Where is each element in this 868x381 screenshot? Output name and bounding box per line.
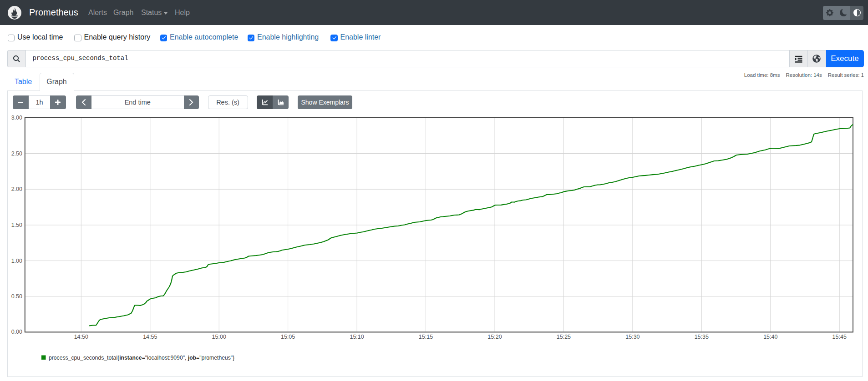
svg-text:0.50: 0.50	[11, 293, 22, 300]
svg-text:2.00: 2.00	[11, 186, 22, 192]
svg-text:15:35: 15:35	[695, 334, 709, 340]
svg-text:15:10: 15:10	[350, 334, 364, 340]
svg-text:15:20: 15:20	[487, 334, 502, 340]
svg-text:15:40: 15:40	[763, 334, 777, 340]
svg-text:14:50: 14:50	[74, 334, 88, 340]
svg-text:15:45: 15:45	[832, 334, 847, 340]
svg-text:15:15: 15:15	[419, 334, 433, 340]
svg-text:2.50: 2.50	[11, 150, 22, 157]
svg-text:0.00: 0.00	[11, 329, 22, 335]
svg-text:process_cpu_seconds_total{inst: process_cpu_seconds_total{instance="loca…	[49, 355, 234, 361]
svg-text:1.50: 1.50	[11, 222, 22, 228]
svg-text:15:00: 15:00	[212, 334, 226, 340]
svg-text:14:55: 14:55	[143, 334, 157, 340]
svg-text:15:05: 15:05	[281, 334, 295, 340]
svg-text:3.00: 3.00	[11, 115, 22, 121]
svg-text:15:30: 15:30	[625, 334, 640, 340]
svg-text:15:25: 15:25	[557, 334, 571, 340]
svg-text:1.00: 1.00	[11, 258, 22, 264]
